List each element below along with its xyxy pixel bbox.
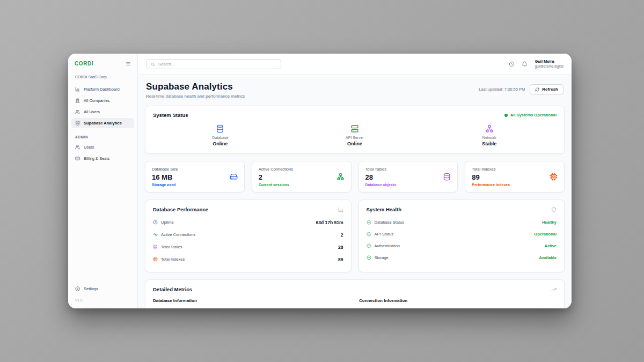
status-item-database: Database Online	[153, 124, 288, 146]
app-window: CORDI CORDI SaaS Corp. Platform Dashboar…	[68, 54, 572, 308]
system-status-card: System Status All Systems Operational Da…	[145, 106, 565, 154]
server-icon	[350, 124, 359, 133]
sidebar-item-label: Settings	[84, 286, 98, 291]
row-value: Healthy	[542, 220, 557, 225]
sidebar-item-all-companies[interactable]: All Companies	[71, 95, 134, 106]
app-version: V1.0	[68, 294, 137, 302]
row-value: 28	[338, 245, 343, 250]
search-box[interactable]	[146, 59, 281, 69]
metric-card-database-size: Database Size 16 MB Storage used	[145, 161, 245, 193]
detail-row-active-connections: Active Connections: 2	[359, 308, 557, 308]
refresh-label: Refresh	[542, 87, 558, 92]
shield-icon	[551, 207, 557, 212]
metric-card-total-indexes: Total Indexes 89 Performance indexes	[465, 161, 565, 193]
page-subtitle: Real-time database health and performanc…	[146, 94, 245, 99]
sidebar-item-label: Supabase Analytics	[84, 121, 122, 125]
row-label: Uptime	[161, 220, 174, 225]
metric-value: 28	[365, 173, 397, 181]
sidebar-item-all-users[interactable]: All Users	[71, 107, 134, 117]
check-circle-icon	[367, 255, 371, 260]
sidebar-item-label: Billing & Seats	[84, 156, 109, 161]
search-input[interactable]	[158, 62, 276, 67]
status-item-api-server: API Server Online	[288, 124, 422, 146]
health-row-storage: Storage Available	[367, 252, 557, 263]
sidebar-item-label: All Users	[84, 109, 100, 114]
sidebar-item-supabase-analytics[interactable]: Supabase Analytics	[71, 118, 134, 128]
database-information-column: Database Information Database Size: 16 M…	[153, 298, 350, 308]
row-label: Storage	[375, 255, 389, 260]
users-icon	[75, 109, 80, 114]
health-row-database-status: Database Status Healthy	[367, 216, 557, 228]
status-item-network: Network Stable	[422, 124, 557, 146]
last-updated: Last updated: 7:36:55 PM	[479, 87, 525, 92]
bar-chart-icon	[338, 207, 343, 212]
status-item-value: Online	[347, 141, 362, 146]
sidebar-item-platform-dashboard[interactable]: Platform Dashboard	[71, 84, 134, 94]
sidebar-item-label: All Companies	[84, 98, 109, 103]
page-title: Supabase Analytics	[146, 82, 245, 92]
sidebar-item-settings[interactable]: Settings	[71, 284, 134, 294]
user-email: guil@creme.digital	[535, 64, 564, 69]
metric-label: Total Tables	[365, 167, 397, 172]
row-label: Active Connections	[161, 232, 195, 237]
database-performance-card: Database Performance Uptime 63d 17h 51m …	[145, 200, 352, 272]
status-badge: All Systems Operational	[504, 113, 557, 117]
sidebar: CORDI CORDI SaaS Corp. Platform Dashboar…	[68, 54, 138, 308]
user-menu[interactable]: Guil Meira guil@creme.digital	[535, 59, 564, 69]
network-icon	[336, 173, 345, 181]
metric-sublabel: Performance indexes	[472, 183, 510, 187]
credit-card-icon	[75, 156, 80, 161]
bar-chart-icon	[75, 87, 80, 92]
database-icon	[443, 173, 451, 181]
search-icon	[151, 62, 155, 67]
row-value: Operational	[534, 232, 557, 237]
main-content: Supabase Analytics Real-time database he…	[138, 75, 572, 308]
app-logo: CORDI	[75, 61, 93, 67]
row-label: Authentication	[375, 243, 400, 248]
sidebar-item-billing-seats[interactable]: Billing & Seats	[71, 153, 134, 164]
clock-icon[interactable]	[509, 61, 515, 67]
performance-row-active-connections: Active Connections 2	[153, 228, 343, 241]
row-value: Active	[544, 243, 557, 248]
bell-icon[interactable]	[522, 61, 528, 67]
admin-section-label: ADMIN	[68, 129, 137, 142]
status-item-value: Stable	[482, 141, 496, 146]
row-label: Total Indexes	[161, 257, 185, 262]
row-value: Available	[539, 255, 557, 260]
check-circle-icon	[367, 243, 371, 248]
metric-label: Active Connections	[259, 167, 293, 172]
row-label: Database Status	[375, 220, 404, 225]
metric-value: 2	[259, 173, 293, 181]
user-name: Guil Meira	[535, 59, 564, 64]
status-item-label: Database	[212, 136, 228, 139]
trending-up-icon	[551, 287, 557, 292]
detail-row-database-size: Database Size: 16 MB	[153, 308, 350, 308]
detailed-metrics-title: Detailed Metrics	[153, 286, 192, 292]
refresh-button[interactable]: Refresh	[530, 84, 564, 94]
performance-row-total-indexes: Total Indexes 89	[153, 253, 343, 265]
sidebar-item-users[interactable]: Users	[71, 142, 134, 152]
topbar: Guil Meira guil@creme.digital	[138, 54, 572, 75]
building-icon	[75, 98, 80, 103]
status-item-value: Online	[213, 141, 228, 146]
health-title: System Health	[367, 206, 401, 212]
refresh-icon	[535, 87, 539, 92]
system-status-title: System Status	[153, 112, 188, 118]
cpu-icon	[550, 173, 558, 181]
hard-drive-icon	[230, 173, 238, 181]
performance-row-uptime: Uptime 63d 17h 51m	[153, 216, 343, 228]
row-value: 63d 17h 51m	[316, 220, 343, 225]
sidebar-item-label: Users	[84, 145, 94, 150]
row-label: Total Tables	[161, 245, 182, 249]
network-icon	[485, 124, 494, 133]
menu-icon[interactable]	[126, 61, 131, 67]
detailed-metrics-card: Detailed Metrics Database Information Da…	[145, 279, 565, 308]
org-label: CORDI SaaS Corp.	[68, 75, 137, 79]
metric-value: 16 MB	[152, 173, 178, 181]
database-icon	[216, 124, 224, 133]
metric-value: 89	[472, 173, 510, 181]
system-health-card: System Health Database Status Healthy AP…	[358, 200, 565, 272]
metric-label: Total Indexes	[472, 167, 510, 172]
check-circle-icon	[367, 220, 371, 225]
status-item-label: API Server	[346, 136, 364, 139]
